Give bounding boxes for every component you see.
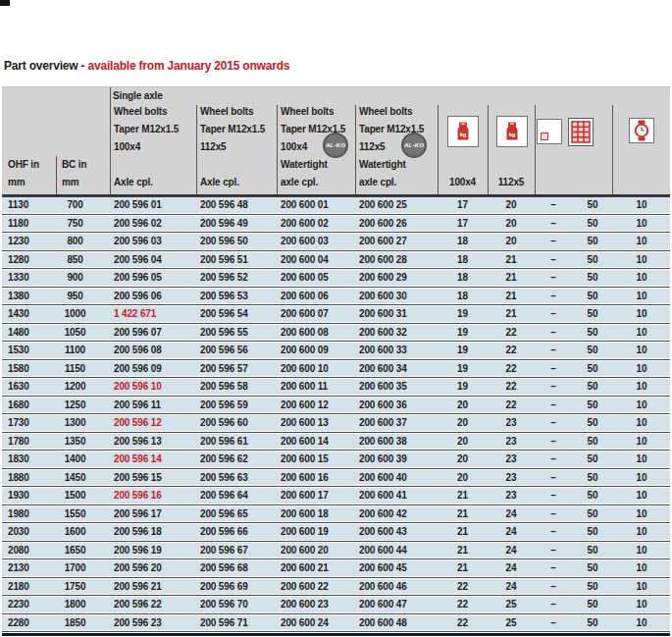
cell-axle-cpl-100x4: 200 596 03 [110,234,196,249]
cell-bc-mm: 1350 [56,434,110,450]
cell-axle-cpl-112x5: 200 596 50 [196,234,277,249]
cell-single-pack-qty: – [535,325,572,341]
cell-weight-100x4: 21 [438,560,488,576]
cell-watertight-axle-100x4: 200 600 21 [277,560,355,576]
cell-weight-100x4: 20 [438,434,488,450]
cell-axle-cpl-100x4: 200 596 06 [110,289,196,304]
cell-box-qty: 50 [572,343,613,358]
cell-bc-mm: 1000 [56,306,110,322]
cell-weight-112x5: 23 [488,470,535,486]
corner-mark [0,0,10,6]
cell-weight-112x5: 23 [488,488,535,504]
table-row: 14801050200 596 07200 596 55200 600 0820… [2,325,670,341]
cell-weight-112x5: 21 [488,306,535,322]
cell-watertight-axle-112x5: 200 600 41 [355,488,438,504]
cell-weight-112x5: 24 [488,560,535,576]
col-header-wt-100x4-extra: Watertight [281,159,328,171]
table-row: 1330900200 596 05200 596 52200 600 05200… [2,270,670,286]
cell-delivery-time: 10 [613,361,670,377]
cell-single-pack-qty: – [535,470,572,486]
cell-single-pack-qty: – [535,234,572,249]
cell-ohf-mm: 2280 [2,615,56,631]
cell-box-qty: 50 [572,398,613,413]
cell-axle-cpl-112x5: 200 596 70 [196,597,277,612]
cell-axle-cpl-112x5: 200 596 60 [196,415,277,431]
table-body: 1130700200 596 01200 596 48200 600 01200… [2,197,670,633]
cell-weight-112x5: 24 [488,543,535,558]
cell-weight-100x4: 17 [438,216,488,232]
cell-watertight-axle-112x5: 200 600 33 [355,343,438,358]
group-header-single-axle: Single axle [113,90,163,102]
column-divider [277,105,278,194]
table-row: 1130700200 596 01200 596 48200 600 01200… [2,197,670,213]
cell-ohf-mm: 1880 [2,470,56,486]
cell-weight-112x5: 25 [488,597,535,612]
cell-watertight-axle-112x5: 200 600 34 [355,361,438,377]
column-divider [196,105,197,194]
cell-delivery-time: 10 [613,488,670,504]
col-header-ohf-line2: mm [8,177,25,188]
cell-axle-cpl-112x5: 200 596 66 [196,524,277,540]
cell-bc-mm: 900 [56,270,110,286]
table-row: 1180750200 596 02200 596 49200 600 02200… [2,216,670,232]
cell-bc-mm: 1050 [56,325,110,341]
cell-watertight-axle-100x4: 200 600 23 [277,597,355,612]
col-header-ohf-line1: OHF in [8,159,39,171]
cell-single-pack-qty: – [535,379,572,395]
cell-delivery-time: 10 [613,398,670,413]
cell-box-qty: 50 [572,470,613,486]
cell-axle-cpl-112x5: 200 596 57 [196,361,277,377]
svg-text:kg: kg [509,132,516,137]
table-row: 18801450200 596 15200 596 63200 600 1620… [2,470,670,486]
col-header-wt-112x5-extra: Watertight [359,159,406,171]
table-row: 1230800200 596 03200 596 50200 600 03200… [2,234,670,249]
table-row: 19801550200 596 17200 596 65200 600 1820… [2,506,670,522]
cell-watertight-axle-112x5: 200 600 42 [355,506,438,522]
cell-watertight-axle-112x5: 200 600 32 [355,325,438,341]
cell-axle-cpl-100x4: 200 596 18 [110,524,196,540]
cell-watertight-axle-100x4: 200 600 10 [277,361,355,377]
cell-box-qty: 50 [572,270,613,286]
single-pack-inner [541,133,548,140]
col-header-axle-100x4-l1: Wheel bolts [114,106,167,118]
cell-weight-112x5: 20 [488,216,535,232]
cell-box-qty: 50 [572,488,613,504]
weight-icon: kg [447,116,479,147]
cell-weight-100x4: 20 [438,451,488,467]
cell-weight-100x4: 20 [438,415,488,431]
cell-watertight-axle-100x4: 200 600 24 [277,615,355,631]
cell-watertight-axle-100x4: 200 600 20 [277,543,355,558]
cell-axle-cpl-100x4: 200 596 13 [110,434,196,450]
cell-watertight-axle-100x4: 200 600 19 [277,524,355,540]
cell-bc-mm: 1850 [56,615,110,631]
table-row: 17301300200 596 12200 596 60200 600 1320… [2,415,670,431]
cell-watertight-axle-100x4: 200 600 12 [277,398,355,413]
cell-single-pack-qty: – [535,361,572,377]
cell-ohf-mm: 1230 [2,234,56,249]
cell-watertight-axle-112x5: 200 600 29 [355,270,438,286]
cell-delivery-time: 10 [613,252,670,268]
cell-ohf-mm: 1380 [2,289,56,304]
cell-weight-112x5: 22 [488,361,535,377]
cell-bc-mm: 1650 [56,543,110,558]
cell-delivery-time: 10 [613,379,670,395]
alko-badge: AL-KO [323,133,348,158]
cell-axle-cpl-100x4: 200 596 22 [110,597,196,612]
cell-watertight-axle-100x4: 200 600 03 [277,234,355,249]
cell-weight-100x4: 19 [438,379,488,395]
cell-ohf-mm: 1730 [2,415,56,431]
col-header-axle-112x5-l3: 112x5 [200,141,227,153]
cell-bc-mm: 1250 [56,398,110,413]
cell-bc-mm: 850 [56,252,110,268]
cell-ohf-mm: 1680 [2,398,56,413]
table-row: 20301600200 596 18200 596 66200 600 1920… [2,524,670,540]
cell-bc-mm: 1300 [56,415,110,431]
cell-ohf-mm: 1480 [2,325,56,341]
cell-delivery-time: 10 [613,434,670,450]
cell-ohf-mm: 2180 [2,579,56,595]
cell-box-qty: 50 [572,524,613,540]
cell-axle-cpl-100x4: 200 596 09 [110,361,196,377]
cell-watertight-axle-112x5: 200 600 36 [355,398,438,413]
cell-axle-cpl-100x4: 200 596 01 [110,197,196,213]
cell-ohf-mm: 2230 [2,597,56,612]
